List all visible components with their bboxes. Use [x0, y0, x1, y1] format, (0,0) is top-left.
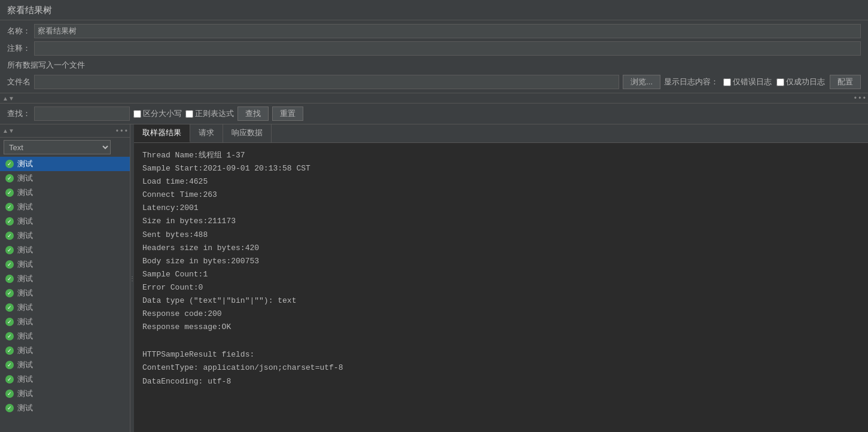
filename-input[interactable] — [34, 75, 619, 89]
result-content: Thread Name:线程组 1-37Sample Start:2021-09… — [134, 143, 868, 432]
tree-item-label: 测试 — [17, 273, 33, 284]
tree-item-label: 测试 — [17, 173, 33, 184]
tree-item-label: 测试 — [17, 288, 33, 299]
divider-dots-top[interactable]: • • • — [854, 94, 866, 102]
success-log-checkbox[interactable]: 仅成功日志 — [776, 77, 825, 87]
tree-item[interactable]: ✓测试 — [0, 315, 130, 329]
collapse-arrows-top[interactable]: ▲▼ — [2, 95, 14, 102]
tree-item-label: 测试 — [17, 202, 33, 212]
name-input[interactable] — [34, 24, 861, 38]
tree-item-label: 测试 — [17, 388, 33, 399]
error-log-check[interactable] — [723, 78, 731, 86]
tree-item-label: 测试 — [17, 302, 33, 313]
tree-item[interactable]: ✓测试 — [0, 286, 130, 300]
tree-item[interactable]: ✓测试 — [0, 157, 130, 171]
reset-button[interactable]: 重置 — [272, 107, 303, 121]
tabs-bar: 取样器结果请求响应数据 — [134, 124, 868, 143]
tree-item[interactable]: ✓测试 — [0, 243, 130, 257]
tab-0[interactable]: 取样器结果 — [134, 124, 190, 142]
status-icon: ✓ — [5, 331, 14, 341]
main-container: 察看结果树 名称： 注释： 所有数据写入一个文件 文件名 浏览... 显示日志内… — [0, 0, 868, 432]
result-line — [142, 341, 860, 348]
left-panel: ▲▼ • • • Text JSON XML HTML RegExp Teste… — [0, 124, 130, 432]
status-icon: ✓ — [5, 303, 14, 312]
tree-item-label: 测试 — [17, 360, 33, 370]
write-all-row: 所有数据写入一个文件 — [7, 59, 861, 72]
log-options: 显示日志内容： 仅错误日志 仅成功日志 配置 — [664, 75, 861, 89]
tree-item[interactable]: ✓测试 — [0, 171, 130, 185]
tree-list: ✓测试✓测试✓测试✓测试✓测试✓测试✓测试✓测试✓测试✓测试✓测试✓测试✓测试✓… — [0, 157, 130, 432]
tree-item-label: 测试 — [17, 230, 33, 241]
status-icon: ✓ — [5, 245, 14, 255]
tree-item[interactable]: ✓测试 — [0, 300, 130, 315]
status-icon: ✓ — [5, 231, 14, 241]
result-line: Body size in bytes:200753 — [142, 255, 860, 268]
content-area: ▲▼ • • • Text JSON XML HTML RegExp Teste… — [0, 124, 868, 432]
success-log-check[interactable] — [776, 78, 784, 86]
result-line: Error Count:0 — [142, 281, 860, 294]
search-input[interactable] — [34, 107, 130, 121]
status-icon: ✓ — [5, 389, 14, 398]
tree-item-label: 测试 — [17, 345, 33, 356]
left-panel-header: ▲▼ • • • — [0, 124, 130, 138]
tree-item[interactable]: ✓测试 — [0, 272, 130, 286]
result-line: Sent bytes:488 — [142, 229, 860, 242]
form-area: 名称： 注释： 所有数据写入一个文件 文件名 浏览... 显示日志内容： 仅错误… — [0, 20, 868, 93]
case-sensitive-label[interactable]: 区分大小写 — [133, 108, 182, 119]
tree-item-label: 测试 — [17, 187, 33, 198]
filename-label: 文件名 — [7, 77, 31, 87]
tree-item[interactable]: ✓测试 — [0, 229, 130, 243]
comment-row: 注释： — [7, 41, 861, 56]
tree-item[interactable]: ✓测试 — [0, 329, 130, 343]
tree-item-label: 测试 — [17, 216, 33, 227]
status-icon: ✓ — [5, 217, 14, 226]
result-line: ContentType: application/json;charset=ut… — [142, 361, 860, 375]
tree-item[interactable]: ✓测试 — [0, 372, 130, 387]
tab-1[interactable]: 请求 — [190, 124, 223, 142]
tree-item[interactable]: ✓测试 — [0, 185, 130, 200]
result-line: Sample Count:1 — [142, 268, 860, 281]
status-icon: ✓ — [5, 174, 14, 183]
config-button[interactable]: 配置 — [830, 75, 861, 89]
result-line: Sample Start:2021-09-01 20:13:58 CST — [142, 162, 860, 175]
result-line: HTTPSampleResult fields: — [142, 348, 860, 361]
status-icon: ✓ — [5, 202, 14, 212]
result-line: Thread Name:线程组 1-37 — [142, 149, 860, 162]
tree-item-label: 测试 — [17, 317, 33, 327]
result-line: Headers size in bytes:420 — [142, 242, 860, 255]
browse-button[interactable]: 浏览... — [623, 75, 660, 89]
result-line — [142, 334, 860, 341]
format-select[interactable]: Text JSON XML HTML RegExp Tester CSS/JQu… — [4, 140, 111, 154]
name-label: 名称： — [7, 26, 31, 36]
error-log-checkbox[interactable]: 仅错误日志 — [723, 77, 772, 87]
tree-item[interactable]: ✓测试 — [0, 257, 130, 272]
search-button[interactable]: 查找 — [237, 107, 269, 121]
result-line: Data type ("text"|"bin"|""): text — [142, 294, 860, 308]
result-line: Load time:4625 — [142, 175, 860, 188]
left-collapse-arrows[interactable]: ▲▼ — [2, 127, 14, 134]
regex-label[interactable]: 正则表达式 — [185, 108, 234, 119]
tree-item[interactable]: ✓测试 — [0, 200, 130, 214]
status-icon: ✓ — [5, 188, 14, 197]
status-icon: ✓ — [5, 159, 14, 169]
tree-item[interactable]: ✓测试 — [0, 343, 130, 358]
left-panel-dots[interactable]: • • • — [116, 127, 127, 135]
search-bar: 查找： 区分大小写 正则表达式 查找 重置 — [0, 104, 868, 124]
case-sensitive-check[interactable] — [133, 110, 141, 118]
result-line: Size in bytes:211173 — [142, 215, 860, 228]
comment-input[interactable] — [34, 41, 861, 56]
page-title: 察看结果树 — [7, 5, 52, 15]
status-icon: ✓ — [5, 274, 14, 284]
status-icon: ✓ — [5, 317, 14, 327]
tree-item[interactable]: ✓测试 — [0, 401, 130, 415]
tree-item[interactable]: ✓测试 — [0, 387, 130, 401]
search-label: 查找： — [7, 108, 31, 119]
tree-item[interactable]: ✓测试 — [0, 214, 130, 229]
result-line: Response message:OK — [142, 321, 860, 334]
result-line: DataEncoding: utf-8 — [142, 375, 860, 388]
regex-check[interactable] — [185, 110, 193, 118]
tree-item[interactable]: ✓测试 — [0, 358, 130, 372]
write-all-label: 所有数据写入一个文件 — [7, 60, 85, 71]
tab-2[interactable]: 响应数据 — [223, 124, 272, 142]
result-line: Latency:2001 — [142, 202, 860, 215]
